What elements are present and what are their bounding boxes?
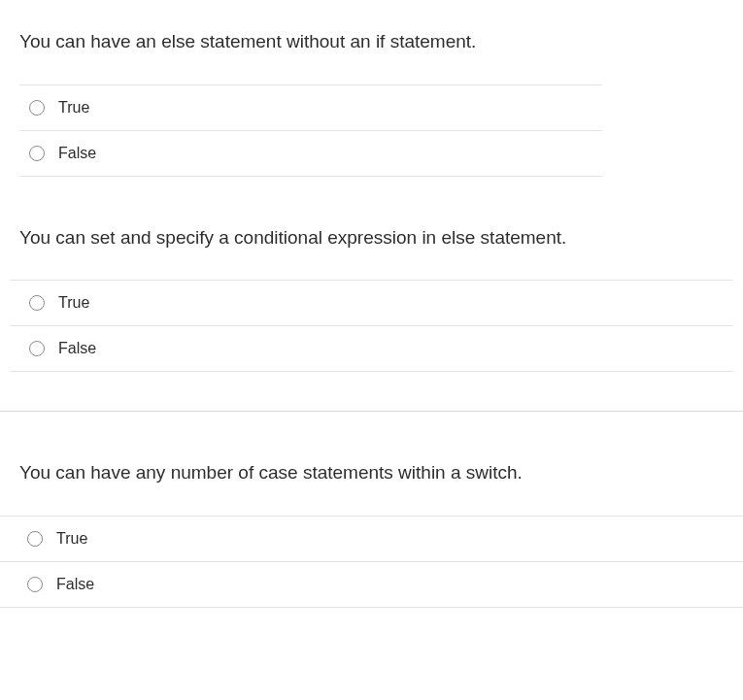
options-group: True False [0,280,743,372]
option-label: True [56,530,87,548]
question-prompt: You can have an else statement without a… [0,19,743,84]
question-1: You can have an else statement without a… [0,19,743,177]
divider [0,411,743,412]
option-label: True [58,99,89,117]
option-label: False [58,145,96,162]
option-true[interactable]: True [19,84,602,130]
option-true[interactable]: True [0,516,743,561]
radio-icon [27,531,43,547]
radio-icon [29,295,45,311]
question-prompt: You can have any number of case statemen… [0,450,743,516]
options-group: True False [0,516,743,608]
options-group: True False [0,84,622,177]
question-2: You can set and specify a conditional ex… [0,216,743,373]
option-label: True [58,294,89,312]
question-prompt: You can set and specify a conditional ex… [0,216,743,281]
radio-icon [29,341,45,356]
option-false[interactable]: False [19,130,602,177]
question-3: You can have any number of case statemen… [0,450,743,608]
radio-icon [29,100,45,116]
option-false[interactable]: False [10,325,733,372]
radio-icon [29,146,45,161]
option-label: False [56,576,94,593]
option-label: False [58,340,96,357]
radio-icon [27,577,43,592]
option-true[interactable]: True [10,280,733,325]
option-false[interactable]: False [0,561,743,608]
